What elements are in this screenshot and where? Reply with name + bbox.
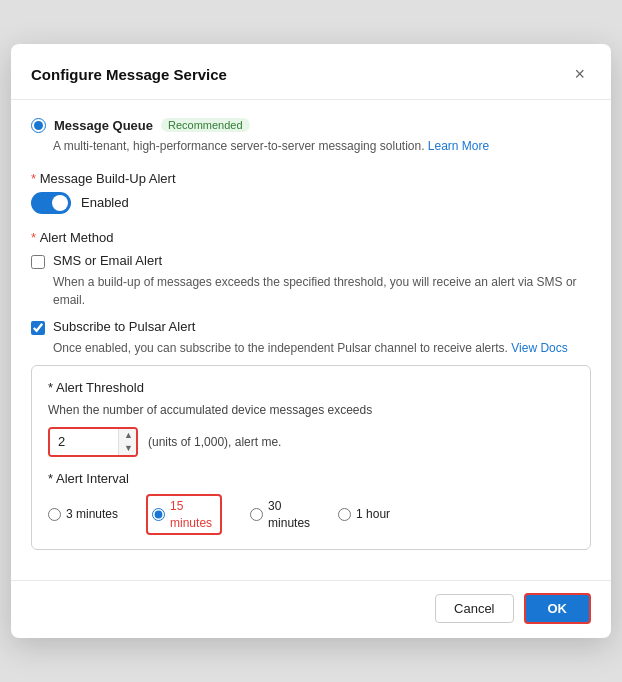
pulsar-row: Subscribe to Pulsar Alert bbox=[31, 319, 591, 335]
sms-email-checkbox[interactable] bbox=[31, 255, 45, 269]
dialog-body: Message Queue Recommended A multi-tenant… bbox=[11, 100, 611, 581]
ok-button[interactable]: OK bbox=[524, 593, 592, 624]
threshold-input-row: 2 ▲ ▼ (units of 1,000), alert me. bbox=[48, 427, 574, 457]
interval-1hr-label: 1 hour bbox=[356, 506, 390, 523]
spinner-up-button[interactable]: ▲ bbox=[119, 429, 138, 442]
message-queue-radio[interactable] bbox=[31, 118, 46, 133]
cancel-button[interactable]: Cancel bbox=[435, 594, 513, 623]
interval-options: 3 minutes 15minutes 30minutes bbox=[48, 494, 574, 536]
threshold-description: When the number of accumulated device me… bbox=[48, 403, 574, 417]
threshold-input[interactable]: 2 bbox=[50, 429, 118, 455]
interval-3min: 3 minutes bbox=[48, 506, 118, 523]
view-docs-link[interactable]: View Docs bbox=[511, 341, 567, 355]
alert-threshold-box: * Alert Threshold When the number of acc… bbox=[31, 365, 591, 551]
close-button[interactable]: × bbox=[568, 62, 591, 87]
threshold-title: * Alert Threshold bbox=[48, 380, 574, 395]
threshold-input-wrap: 2 ▲ ▼ bbox=[48, 427, 138, 457]
interval-30min: 30minutes bbox=[250, 498, 310, 532]
pulsar-label: Subscribe to Pulsar Alert bbox=[53, 319, 195, 334]
alert-method-label: Alert Method bbox=[40, 230, 114, 245]
threshold-units: (units of 1,000), alert me. bbox=[148, 435, 281, 449]
interval-15min-radio[interactable] bbox=[152, 508, 165, 521]
configure-message-service-dialog: Configure Message Service × Message Queu… bbox=[11, 44, 611, 639]
interval-1hr-radio[interactable] bbox=[338, 508, 351, 521]
interval-3min-radio[interactable] bbox=[48, 508, 61, 521]
buildup-label: Message Build-Up Alert bbox=[40, 171, 176, 186]
dialog-title: Configure Message Service bbox=[31, 66, 227, 83]
sms-email-label: SMS or Email Alert bbox=[53, 253, 162, 268]
interval-3min-label: 3 minutes bbox=[66, 506, 118, 523]
dialog-footer: Cancel OK bbox=[11, 580, 611, 638]
interval-15min: 15minutes bbox=[146, 494, 222, 536]
spinner-buttons: ▲ ▼ bbox=[118, 429, 138, 455]
sms-email-row: SMS or Email Alert bbox=[31, 253, 591, 269]
recommended-badge: Recommended bbox=[161, 118, 250, 132]
message-queue-description: A multi-tenant, high-performance server-… bbox=[53, 137, 591, 155]
learn-more-link[interactable]: Learn More bbox=[428, 139, 489, 153]
message-buildup-section: * Message Build-Up Alert Enabled bbox=[31, 171, 591, 214]
interval-1hour: 1 hour bbox=[338, 506, 390, 523]
buildup-required-star: * bbox=[31, 171, 40, 186]
message-queue-section: Message Queue Recommended A multi-tenant… bbox=[31, 118, 591, 155]
toggle-row: Enabled bbox=[31, 192, 591, 214]
interval-15min-label: 15minutes bbox=[170, 498, 212, 532]
interval-30min-label: 30minutes bbox=[268, 498, 310, 532]
pulsar-checkbox[interactable] bbox=[31, 321, 45, 335]
toggle-switch[interactable] bbox=[31, 192, 71, 214]
spinner-down-button[interactable]: ▼ bbox=[119, 442, 138, 455]
dialog-header: Configure Message Service × bbox=[11, 44, 611, 100]
toggle-slider bbox=[31, 192, 71, 214]
interval-30min-radio[interactable] bbox=[250, 508, 263, 521]
message-queue-label: Message Queue bbox=[54, 118, 153, 133]
alert-method-required-star: * bbox=[31, 230, 40, 245]
message-queue-row: Message Queue Recommended bbox=[31, 118, 591, 133]
interval-label: * Alert Interval bbox=[48, 471, 574, 486]
toggle-label: Enabled bbox=[81, 195, 129, 210]
alert-method-section: * Alert Method SMS or Email Alert When a… bbox=[31, 230, 591, 551]
pulsar-description: Once enabled, you can subscribe to the i… bbox=[53, 339, 591, 357]
sms-email-description: When a build-up of messages exceeds the … bbox=[53, 273, 591, 309]
